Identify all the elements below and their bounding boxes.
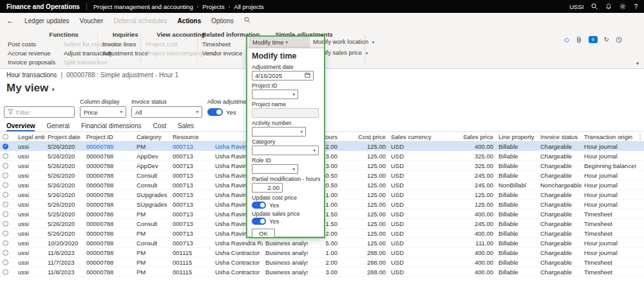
cell-project_id[interactable]: 00000788 bbox=[84, 161, 134, 170]
cell-project_id[interactable]: 00000788 bbox=[84, 151, 134, 160]
adjustment-date-input[interactable]: 4/16/2025 bbox=[252, 71, 314, 80]
cell-resource_name[interactable]: Usha Contractor bbox=[213, 267, 263, 276]
row-checkbox[interactable] bbox=[3, 163, 8, 169]
update-sales-price-toggle[interactable]: Yes bbox=[252, 218, 319, 225]
tab-overview[interactable]: Overview bbox=[6, 120, 35, 131]
cell-resource[interactable]: 000713 bbox=[170, 229, 213, 238]
cell-resource[interactable]: 001115 bbox=[170, 258, 213, 267]
column-header-transaction_origin[interactable]: Transaction origin bbox=[582, 132, 636, 141]
app-title[interactable]: Finance and Operations bbox=[6, 3, 80, 10]
cell-sel[interactable] bbox=[0, 209, 15, 218]
cell-sel[interactable] bbox=[0, 200, 15, 209]
project-id-select[interactable]: ▾ bbox=[252, 90, 298, 99]
table-row[interactable]: ussi11/8/202300000788PM001115Usha Contra… bbox=[0, 267, 644, 277]
accrue-revenue-button[interactable]: Accrue revenue bbox=[8, 50, 55, 57]
toggle-pill[interactable] bbox=[252, 218, 266, 225]
row-checkbox[interactable]: ✓ bbox=[3, 144, 8, 149]
tab-general[interactable]: General bbox=[46, 120, 70, 131]
breadcrumb-area[interactable]: Projects bbox=[202, 3, 224, 10]
row-checkbox[interactable] bbox=[3, 240, 8, 246]
table-row[interactable]: ussi11/7/202300000788PM001115Usha Contra… bbox=[0, 258, 644, 267]
cell-sel[interactable]: ✓ bbox=[0, 142, 15, 151]
history-icon[interactable] bbox=[616, 37, 622, 43]
adjustment-trace-button[interactable]: Adjustment trace bbox=[102, 50, 148, 57]
menu-actions[interactable]: Actions bbox=[178, 17, 202, 24]
grid-options-icon[interactable]: ⋮ bbox=[636, 132, 644, 141]
calendar-icon[interactable] bbox=[305, 72, 310, 79]
cell-resource[interactable]: 000713 bbox=[170, 161, 213, 170]
toggle-pill[interactable] bbox=[207, 108, 223, 116]
back-arrow-icon[interactable]: ← bbox=[6, 16, 14, 25]
cell-resource_name[interactable]: Usha Contractor bbox=[213, 258, 263, 267]
cell-resource[interactable]: 000713 bbox=[170, 200, 213, 209]
column-header-project_id[interactable]: Project ID bbox=[84, 132, 134, 141]
row-checkbox[interactable] bbox=[3, 221, 8, 227]
cell-project_id[interactable]: 00000788 bbox=[84, 180, 134, 189]
cell-resource[interactable]: 000713 bbox=[170, 219, 213, 228]
activity-number-select[interactable]: ▾ bbox=[252, 127, 306, 137]
row-checkbox[interactable] bbox=[3, 260, 8, 265]
cell-resource[interactable]: 000713 bbox=[170, 142, 213, 151]
row-checkbox[interactable] bbox=[3, 202, 8, 207]
tab-cost[interactable]: Cost bbox=[153, 120, 166, 131]
cell-resource[interactable]: 001115 bbox=[170, 248, 213, 257]
row-checkbox[interactable] bbox=[3, 153, 8, 159]
cell-sel[interactable] bbox=[0, 171, 15, 180]
menu-ledger-updates[interactable]: Ledger updates bbox=[24, 17, 70, 24]
help-icon[interactable]: ? bbox=[634, 3, 638, 10]
refresh-icon[interactable]: ↻ bbox=[604, 36, 609, 43]
select-all-checkbox[interactable] bbox=[3, 134, 8, 140]
row-checkbox[interactable] bbox=[3, 211, 8, 217]
cell-resource_name[interactable]: Usha Ravindra Rao bbox=[213, 238, 263, 247]
row-checkbox[interactable] bbox=[3, 192, 8, 198]
cell-resource[interactable]: 000713 bbox=[170, 180, 213, 189]
vendor-invoice-button[interactable]: Vendor invoice bbox=[202, 50, 242, 57]
breadcrumb-page[interactable]: All projects bbox=[234, 3, 263, 10]
cell-resource_name[interactable]: Usha Contractor bbox=[213, 248, 263, 257]
column-header-sales_currency[interactable]: Sales currency bbox=[388, 132, 448, 141]
breadcrumb-module[interactable]: Project management and accounting bbox=[93, 3, 193, 10]
column-header-legal_entity[interactable]: Legal entity bbox=[15, 132, 45, 141]
allow-adjustments-toggle[interactable]: Yes bbox=[207, 108, 236, 116]
row-checkbox[interactable] bbox=[3, 173, 8, 178]
notifications-icon[interactable] bbox=[605, 3, 612, 10]
table-row[interactable]: ussi11/6/202300000788PM001115Usha Contra… bbox=[0, 248, 644, 258]
cell-sel[interactable] bbox=[0, 267, 15, 276]
column-header-category[interactable]: Category bbox=[134, 132, 170, 141]
cell-project_id[interactable]: 00000788 bbox=[84, 238, 134, 247]
tab-financial-dimensions[interactable]: Financial dimensions bbox=[81, 120, 141, 131]
cell-sel[interactable] bbox=[0, 190, 15, 199]
view-selector[interactable]: My view ▾ bbox=[6, 82, 55, 95]
partial-modification-hours-input[interactable]: 2.00 bbox=[252, 183, 283, 193]
cell-project_id[interactable]: 00000788 bbox=[84, 171, 134, 180]
open-in-office-icon[interactable]: ◇ bbox=[564, 36, 569, 43]
search-icon[interactable] bbox=[591, 3, 598, 10]
ok-button[interactable]: OK bbox=[252, 229, 275, 238]
modify-time-button[interactable]: Modify time ▾ bbox=[249, 37, 310, 48]
collapse-action-pane-icon[interactable]: ▾ bbox=[636, 61, 639, 66]
column-header-sales_price[interactable]: Sales price bbox=[448, 132, 496, 141]
cell-sel[interactable] bbox=[0, 258, 15, 267]
cell-resource[interactable]: 000713 bbox=[170, 171, 213, 180]
column-header-invoice_status[interactable]: Invoice status bbox=[538, 132, 582, 141]
cell-resource[interactable]: 000713 bbox=[170, 190, 213, 199]
row-checkbox[interactable] bbox=[3, 231, 8, 236]
cell-project_id[interactable]: 00000788 bbox=[84, 267, 134, 276]
cell-sel[interactable] bbox=[0, 180, 15, 189]
row-checkbox[interactable] bbox=[3, 269, 8, 275]
table-row[interactable]: ussi10/20/202000000788Consult000713Usha … bbox=[0, 238, 644, 248]
settings-gear-icon[interactable] bbox=[620, 3, 626, 10]
cell-sel[interactable] bbox=[0, 238, 15, 247]
cell-project_id[interactable]: 00000788 bbox=[84, 229, 134, 238]
company-picker[interactable]: USSI bbox=[569, 3, 583, 10]
filter-input[interactable]: Filter bbox=[4, 106, 75, 118]
messages-icon[interactable]: 9 bbox=[589, 36, 598, 43]
post-costs-button[interactable]: Post costs bbox=[8, 41, 55, 48]
cell-project_id[interactable]: 00000788 bbox=[84, 142, 134, 151]
column-header-line_property[interactable]: Line property bbox=[496, 132, 538, 141]
cell-resource[interactable]: 000713 bbox=[170, 238, 213, 247]
cell-project_id[interactable]: 00000788 bbox=[84, 258, 134, 267]
cell-sel[interactable] bbox=[0, 151, 15, 160]
cell-project_id[interactable]: 00000788 bbox=[84, 219, 134, 228]
cell-project_id[interactable]: 00000788 bbox=[84, 209, 134, 218]
